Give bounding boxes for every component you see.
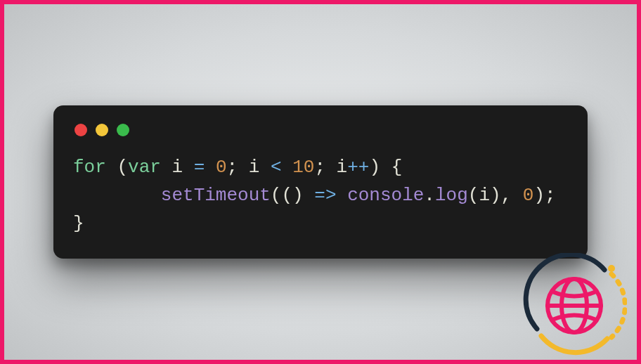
- ident-i: i: [171, 157, 183, 178]
- fn-settimeout: setTimeout: [161, 185, 271, 206]
- paren-open-3: (: [281, 185, 292, 206]
- ident-i-3: i: [337, 157, 348, 178]
- ident-console: console: [347, 185, 424, 206]
- globe-logo-icon: [522, 253, 627, 358]
- code-window: for (var i = 0; i < 10; i++) { setTimeou…: [53, 105, 588, 259]
- maximize-icon[interactable]: [117, 124, 129, 136]
- op-arrow: =>: [314, 185, 336, 206]
- svg-point-0: [608, 265, 615, 272]
- minimize-icon[interactable]: [96, 124, 108, 136]
- paren-close-4: ): [533, 185, 545, 206]
- semi-2: ;: [314, 157, 325, 178]
- comma: ,: [501, 185, 512, 206]
- window-titlebar: [73, 121, 568, 153]
- brace-open: {: [391, 157, 403, 178]
- indent: [73, 185, 161, 206]
- keyword-for: for: [73, 157, 106, 178]
- paren-close-2: ): [292, 185, 304, 206]
- code-block: for (var i = 0; i < 10; i++) { setTimeou…: [73, 153, 568, 238]
- ident-i-2: i: [249, 157, 260, 178]
- ident-i-4: i: [479, 185, 490, 206]
- semi-1: ;: [227, 157, 238, 178]
- num-zero-2: 0: [523, 185, 534, 206]
- keyword-var: var: [128, 157, 161, 178]
- semi-3: ;: [545, 185, 556, 206]
- op-assign: =: [194, 157, 205, 178]
- paren-close: ): [369, 157, 380, 178]
- fn-log: log: [435, 185, 468, 206]
- close-icon[interactable]: [75, 124, 87, 136]
- screenshot-frame: for (var i = 0; i < 10; i++) { setTimeou…: [0, 0, 641, 364]
- paren-open: (: [117, 157, 128, 178]
- paren-open-2: (: [271, 185, 282, 206]
- num-ten: 10: [292, 157, 314, 178]
- dot: .: [424, 185, 435, 206]
- brace-close: }: [73, 213, 84, 234]
- num-zero: 0: [216, 157, 227, 178]
- op-inc: ++: [347, 157, 369, 178]
- paren-open-4: (: [468, 185, 479, 206]
- op-lt: <: [271, 157, 282, 178]
- paren-close-3: ): [490, 185, 501, 206]
